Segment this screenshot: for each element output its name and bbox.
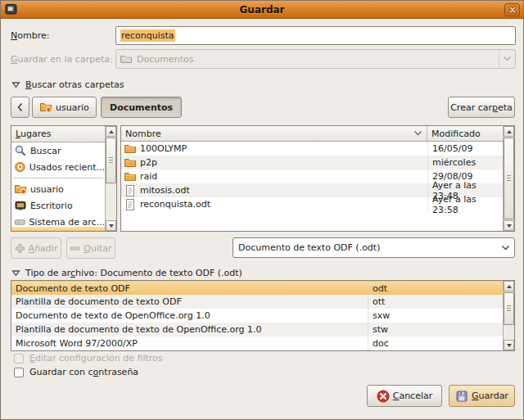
save-in-folder-label: Guardar en la carpeta: [11,54,113,65]
save-button[interactable]: Guardar [449,385,515,407]
dialog-content: Nombre: reconquista Guardar en la carpet… [1,19,523,419]
file-type-list: Documento de texto ODF odt Plantilla de … [11,280,515,351]
file-type-row[interactable]: Microsoft Word 97/2000/XP doc [11,336,503,350]
floppy-disk-icon [455,390,468,403]
window-title: Guardar [1,4,523,16]
folder-icon [124,142,137,156]
places-scrollbar[interactable] [105,126,116,231]
chevron-left-icon [16,102,24,112]
chevron-down-icon [501,245,510,251]
place-item-buscar[interactable]: Buscar [11,142,105,159]
remove-button-label: Quitar [84,243,111,254]
expander-triangle-icon [11,269,20,277]
path-back-button[interactable] [11,97,29,118]
file-type-expander[interactable]: Tipo de archivo: Documento de texto ODF … [11,268,242,278]
places-header[interactable]: Lugares [11,126,116,142]
scroll-down-icon[interactable] [106,220,116,231]
file-format-combo[interactable]: Documento de texto ODF (.odt) [233,237,515,258]
cancel-icon [377,390,390,403]
folder-icon [124,170,137,183]
password-option[interactable]: Guardar con contraseña [14,367,138,377]
file-type-row[interactable]: Documento de texto de OpenOffice.org 1.0… [11,309,503,323]
place-item-recientes[interactable]: Usados recient... [11,159,105,175]
column-header-modificado[interactable]: Modificado [427,126,514,142]
file-row[interactable]: p2p miércoles [121,156,503,169]
file-row[interactable]: 100OLYMP 16/05/09 [121,142,503,156]
remove-button: Quitar [66,237,115,259]
places-panel: Lugares Buscar Usados recient... usuario [11,125,117,232]
titlebar[interactable]: Guardar [1,1,523,19]
desktop-icon [14,199,27,212]
file-type-row[interactable]: Plantilla de documento de texto ODF ott [11,295,503,309]
document-icon [124,184,137,197]
file-type-row[interactable]: Documento de texto ODF odt [11,281,503,295]
places-separator [13,178,103,178]
folder-icon [124,156,137,169]
file-list-panel: Nombre Modificado 100OLYMP 16/05/09 p2p … [120,125,515,232]
expander-triangle-icon [11,81,20,88]
name-input[interactable]: reconquista [115,26,516,45]
place-item-escritorio[interactable]: Escritorio [11,197,105,214]
name-label: Nombre: [11,30,49,41]
path-segment-documentos[interactable]: Documentos [101,97,182,118]
file-list-scrollbar[interactable] [503,126,514,231]
home-folder-icon [39,101,52,114]
recent-clock-icon [14,160,26,174]
save-in-folder-combo: Documentos [115,49,516,69]
create-folder-button[interactable]: Crear carpeta [448,97,515,118]
places-list: Buscar Usados recient... usuario Escrito… [11,142,105,231]
file-type-expander-label: Tipo de archivo: Documento de texto ODF … [25,268,242,278]
save-in-folder-value: Documentos [137,54,193,65]
save-dialog: Guardar Nombre: reconquista Guardar en l… [0,0,524,420]
browse-folders-label: Buscar otras carpetas [25,79,124,90]
name-input-selected-text: reconquista [120,29,175,42]
sort-indicator-icon [413,130,422,137]
browse-folders-expander[interactable]: Buscar otras carpetas [11,79,124,90]
scroll-down-icon[interactable] [504,340,514,350]
cancel-button-label: Cancelar [393,391,433,401]
folder-icon [120,52,133,65]
edit-filter-option: Editar configuración de filtros [14,353,163,364]
scroll-down-icon[interactable] [504,220,514,231]
create-folder-label: Crear carpeta [450,102,513,113]
file-type-row[interactable]: Plantilla de documento de texto de OpenO… [11,323,503,336]
close-button[interactable] [504,3,520,16]
places-header-label: Lugares [16,129,51,139]
file-row[interactable]: reconquista.odt Ayer a las 23:58 [121,197,503,211]
path-segment-label: usuario [56,102,89,113]
close-icon [508,6,517,14]
path-segment-usuario[interactable]: usuario [32,97,97,118]
scroll-up-icon[interactable] [106,126,116,137]
edit-filter-label: Editar configuración de filtros [29,353,163,364]
save-button-label: Guardar [472,391,508,401]
path-segment-label: Documentos [110,102,173,113]
password-checkbox[interactable] [14,368,24,377]
minus-icon [70,243,80,254]
file-format-value: Documento de texto ODF (.odt) [233,242,496,253]
search-icon [14,144,27,157]
column-header-nombre[interactable]: Nombre [121,126,427,142]
file-type-scrollbar[interactable] [503,281,514,350]
chevron-down-icon [503,56,512,62]
window-icon [5,3,18,16]
place-item-usuario[interactable]: usuario [11,181,105,197]
document-icon [124,198,137,211]
password-label: Guardar con contraseña [29,367,138,377]
home-folder-icon [14,183,27,196]
file-list: 100OLYMP 16/05/09 p2p miércoles raid 29/… [121,142,503,231]
place-item-partially-visible[interactable] [11,227,105,231]
plus-icon [15,243,25,254]
scroll-up-icon[interactable] [504,281,514,291]
add-button-label: Añadir [29,243,58,254]
scroll-up-icon[interactable] [504,126,514,137]
add-button: Añadir [11,237,61,259]
edit-filter-checkbox [14,354,24,364]
cancel-button[interactable]: Cancelar [367,385,442,407]
